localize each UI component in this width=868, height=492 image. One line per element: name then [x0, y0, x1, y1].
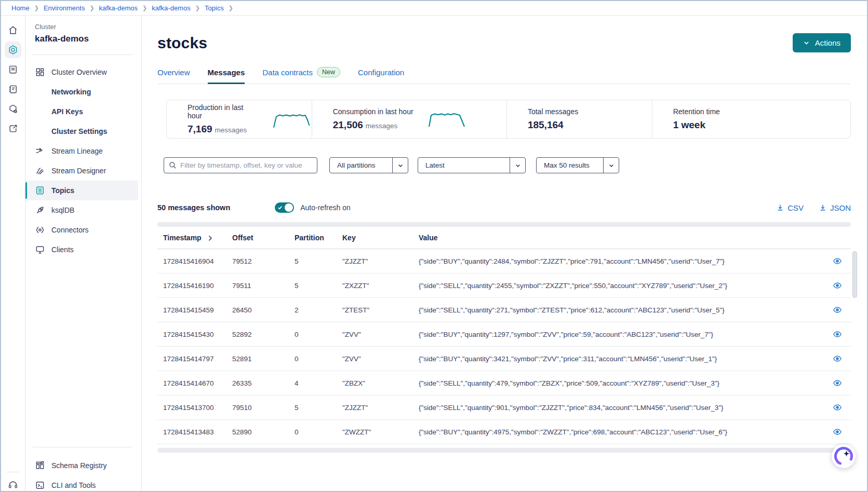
rocket-icon: [35, 205, 45, 215]
sidebar-item-connectors[interactable]: Connectors: [25, 220, 138, 240]
table-row[interactable]: 1728415415430 52892 0 "ZVV" {"side":"BUY…: [157, 322, 851, 347]
flink-icon[interactable]: [5, 101, 21, 117]
table-row[interactable]: 1728415414797 52891 0 "ZVV" {"side":"BUY…: [157, 347, 851, 371]
sidebar-item-stream-designer[interactable]: Stream Designer: [25, 161, 138, 181]
breadcrumb-environments[interactable]: Environments: [44, 4, 85, 12]
sidebar-item-cluster-overview[interactable]: Cluster Overview: [25, 62, 138, 82]
view-message-button[interactable]: [832, 426, 843, 438]
table-row[interactable]: 1728415416904 79512 5 "ZJZZT" {"side":"B…: [157, 249, 851, 274]
eye-icon: [833, 256, 842, 266]
column-timestamp[interactable]: Timestamp: [163, 234, 232, 242]
breadcrumb-topics[interactable]: Topics: [205, 4, 224, 12]
cell-key: "ZJZZT": [342, 257, 419, 265]
horizontal-scrollbar-bottom[interactable]: [157, 448, 844, 453]
chevron-down-icon: [603, 158, 619, 173]
search-input[interactable]: [180, 161, 312, 169]
cell-key: "ZTEST": [342, 306, 419, 314]
check-icon: [277, 203, 283, 212]
view-message-button[interactable]: [832, 353, 843, 364]
consumption-sparkline: [427, 109, 468, 130]
download-json-link[interactable]: JSON: [819, 203, 851, 212]
sidebar-item-api-keys[interactable]: API Keys: [25, 102, 138, 121]
column-key[interactable]: Key: [342, 234, 419, 242]
tab-messages[interactable]: Messages: [208, 67, 245, 84]
table-row[interactable]: 1728415416190 79511 5 "ZXZZT" {"side":"S…: [157, 274, 851, 298]
chevron-down-icon: [392, 158, 408, 173]
sidebar-item-schema-registry[interactable]: Schema Registry: [25, 456, 138, 475]
auto-refresh-toggle[interactable]: [275, 202, 294, 213]
support-headset-icon[interactable]: [5, 476, 21, 492]
message-search: [164, 157, 317, 173]
notebook-icon[interactable]: [5, 81, 21, 98]
metric-production: Production in last hour 7,169messages: [167, 100, 312, 138]
connectors-icon: [35, 225, 45, 235]
home-icon[interactable]: [5, 22, 21, 38]
share-icon[interactable]: [5, 120, 21, 137]
ai-assistant-button[interactable]: [832, 444, 856, 468]
table-row[interactable]: 1728415414670 26335 4 "ZBZX" {"side":"SE…: [157, 371, 851, 395]
horizontal-scrollbar-top[interactable]: [157, 222, 851, 227]
cell-partition: 4: [295, 379, 342, 387]
breadcrumb-cluster[interactable]: kafka-demos: [152, 4, 190, 12]
document-icon[interactable]: [5, 61, 21, 78]
lineage-icon: [35, 146, 45, 156]
download-icon: [819, 204, 826, 211]
page-title: stocks: [157, 34, 207, 52]
view-message-button[interactable]: [832, 402, 843, 413]
clients-icon: [35, 244, 45, 255]
cell-offset: 26335: [232, 379, 295, 387]
sidebar-item-clients[interactable]: Clients: [25, 240, 138, 259]
chevron-down-icon: [510, 158, 525, 173]
breadcrumb-environment[interactable]: kafka-demos: [99, 4, 138, 12]
breadcrumb-chevron-icon: ❯: [142, 5, 147, 11]
actions-button[interactable]: Actions: [793, 33, 851, 52]
sidebar-footer-divider: [33, 447, 132, 447]
vertical-scrollbar-thumb[interactable]: [852, 251, 857, 298]
sidebar-item-networking[interactable]: Networking: [25, 82, 138, 102]
breadcrumb: Home❯ Environments❯ kafka-demos❯ kafka-d…: [1, 1, 867, 16]
eye-icon: [833, 305, 842, 315]
sparkle-icon: [844, 451, 849, 457]
download-csv-link[interactable]: CSV: [777, 203, 804, 212]
offset-mode-select[interactable]: Latest: [418, 157, 526, 173]
rail-divider: [6, 472, 20, 472]
tab-configuration[interactable]: Configuration: [358, 67, 404, 84]
tab-data-contracts[interactable]: Data contracts New: [262, 67, 340, 84]
view-message-button[interactable]: [832, 304, 843, 316]
cell-value: {"side":"BUY","quantity":4975,"symbol":"…: [419, 428, 824, 436]
eye-icon: [833, 403, 842, 412]
table-row[interactable]: 1728415413700 79510 5 "ZJZZT" {"side":"S…: [157, 395, 851, 420]
sidebar-item-ksqldb[interactable]: ksqlDB: [25, 200, 138, 220]
view-message-button[interactable]: [832, 280, 843, 291]
view-message-button[interactable]: [832, 329, 843, 340]
sidebar-item-cli-and-tools[interactable]: CLI and Tools: [25, 475, 138, 492]
topics-icon: [35, 185, 45, 196]
max-results-select[interactable]: Max 50 results: [536, 157, 619, 173]
cell-timestamp: 1728415413700: [163, 404, 232, 412]
table-row[interactable]: 1728415415459 26450 2 "ZTEST" {"side":"S…: [157, 298, 851, 322]
sidebar-item-topics[interactable]: Topics: [25, 181, 138, 200]
sidebar-item-stream-lineage[interactable]: Stream Lineage: [25, 141, 138, 161]
column-offset[interactable]: Offset: [232, 234, 295, 242]
table-row[interactable]: 1728415413483 52890 0 "ZWZZT" {"side":"B…: [157, 420, 851, 444]
partitions-select[interactable]: All partitions: [329, 157, 408, 173]
metric-total-messages: Total messages 185,164: [506, 100, 652, 138]
cell-offset: 79512: [232, 257, 295, 265]
cell-timestamp: 1728415415459: [163, 306, 232, 314]
eye-icon: [833, 330, 842, 339]
cell-key: "ZJZZT": [342, 404, 419, 412]
view-message-button[interactable]: [832, 255, 843, 267]
sidebar-item-cluster-settings[interactable]: Cluster Settings: [25, 121, 138, 141]
cell-timestamp: 1728415415430: [163, 331, 232, 338]
column-partition[interactable]: Partition: [295, 234, 342, 242]
eye-icon: [833, 378, 842, 388]
eye-icon: [833, 354, 842, 363]
sidebar-item-label: Cluster Overview: [51, 68, 107, 76]
breadcrumb-home[interactable]: Home: [11, 4, 30, 12]
tab-overview[interactable]: Overview: [157, 67, 190, 84]
cell-value: {"side":"SELL","quantity":2455,"symbol":…: [419, 282, 824, 290]
cell-key: "ZBZX": [342, 379, 419, 387]
column-value[interactable]: Value: [419, 234, 824, 242]
cluster-icon[interactable]: [5, 42, 21, 58]
view-message-button[interactable]: [832, 377, 843, 389]
